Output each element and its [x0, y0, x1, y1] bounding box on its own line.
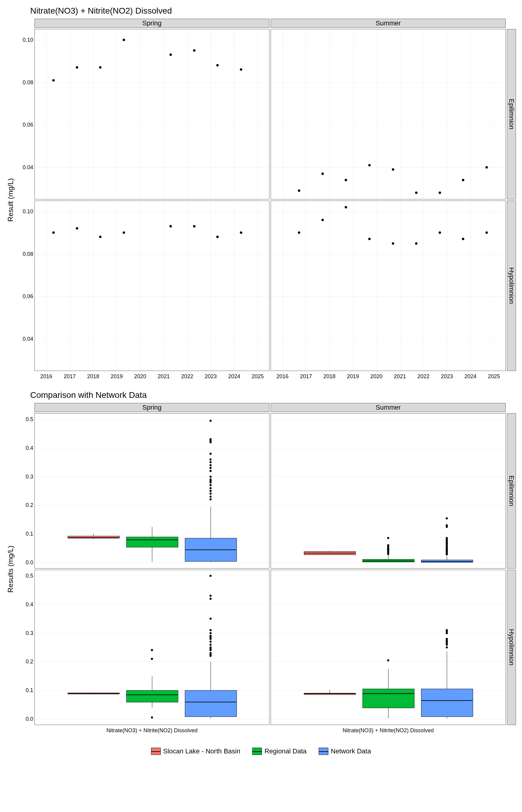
outlier-point: [209, 597, 212, 600]
boxplot-box: [126, 537, 179, 547]
data-point: [415, 191, 418, 194]
data-point: [462, 179, 464, 181]
data-point: [169, 54, 172, 56]
box-panel-summer-hypolimnion: [271, 570, 506, 725]
panel-summer-epilimnion: [271, 29, 506, 199]
outlier-point: [209, 479, 212, 481]
data-point: [99, 236, 101, 238]
data-point: [439, 191, 441, 194]
boxplot-box: [421, 689, 474, 716]
data-point: [392, 168, 394, 171]
box-col-header-spring: Spring: [35, 403, 269, 412]
data-point: [193, 49, 196, 52]
data-point: [298, 231, 300, 234]
data-point: [345, 179, 347, 181]
data-point: [439, 231, 441, 234]
legend: Slocan Lake - North Basin Regional Data …: [6, 747, 516, 755]
data-point: [76, 227, 78, 229]
box-row-header-hypolimnion: Hypolimnion: [507, 570, 516, 725]
data-point: [368, 238, 371, 240]
data-point: [462, 238, 464, 240]
outlier-point: [387, 659, 389, 661]
legend-item-slocan: Slocan Lake - North Basin: [151, 747, 240, 755]
data-point: [485, 231, 488, 234]
data-point: [415, 242, 418, 245]
boxplot-facet-grid: Spring Summer 0.00.10.20.30.40.5 Epilimn…: [15, 403, 516, 735]
col-header-summer: Summer: [271, 19, 506, 28]
scatter-x-ticks-right: 2016201720182019202020212022202320242025: [271, 372, 506, 381]
data-point: [240, 231, 242, 234]
box-col-header-summer: Summer: [271, 403, 506, 412]
outlier-point: [209, 632, 212, 634]
outlier-point: [209, 495, 212, 498]
boxplot-box: [362, 689, 415, 708]
panel-spring-hypolimnion: 0.040.060.080.10: [35, 201, 269, 371]
outlier-point: [209, 475, 212, 478]
boxplot-box: [126, 690, 179, 702]
outlier-point: [209, 652, 212, 654]
outlier-point: [151, 716, 153, 719]
outlier-point: [209, 438, 212, 441]
data-point: [123, 39, 125, 41]
data-point: [99, 66, 101, 68]
legend-swatch-network: [319, 748, 328, 755]
outlier-point: [209, 629, 212, 631]
outlier-point: [446, 638, 448, 640]
data-point: [321, 219, 324, 221]
data-point: [368, 164, 371, 166]
boxplot-x-label-right: Nitrate(NO3) + Nitrite(NO2) Dissolved: [271, 726, 506, 735]
data-point: [345, 206, 347, 208]
outlier-point: [209, 458, 212, 460]
outlier-point: [387, 537, 389, 539]
scatter-x-ticks-left: 2016201720182019202020212022202320242025: [35, 372, 269, 381]
legend-item-network: Network Data: [319, 747, 371, 755]
boxplot-chart-title: Comparison with Network Data: [30, 390, 516, 400]
boxplot-box: [185, 690, 237, 716]
col-header-spring: Spring: [35, 19, 269, 28]
data-point: [52, 231, 55, 234]
outlier-point: [209, 461, 212, 463]
data-point: [485, 166, 488, 168]
outlier-point: [387, 544, 389, 546]
scatter-chart-section: Nitrate(NO3) + Nitrite(NO2) Dissolved Re…: [6, 6, 516, 381]
outlier-point: [446, 647, 448, 649]
data-point: [123, 231, 125, 234]
outlier-point: [209, 641, 212, 643]
data-point: [193, 225, 196, 227]
data-point: [52, 79, 55, 82]
legend-label-regional: Regional Data: [264, 747, 306, 755]
outlier-point: [209, 647, 212, 649]
outlier-point: [209, 574, 212, 577]
panel-spring-epilimnion: 0.040.060.080.10: [35, 29, 269, 199]
box-row-header-epilimnion: Epilimnion: [507, 413, 516, 569]
outlier-point: [151, 649, 153, 651]
outlier-point: [209, 635, 212, 637]
data-point: [76, 66, 78, 68]
legend-item-regional: Regional Data: [252, 747, 306, 755]
data-point: [216, 64, 219, 66]
outlier-point: [446, 517, 448, 520]
scatter-y-axis-label: Result (mg/L): [6, 19, 15, 381]
data-point: [298, 189, 300, 192]
box-panel-summer-epilimnion: [271, 413, 506, 569]
outlier-point: [209, 484, 212, 486]
boxplot-chart-section: Comparison with Network Data Results (mg…: [6, 390, 516, 735]
outlier-point: [209, 420, 212, 422]
row-header-hypolimnion: Hypolimnion: [507, 201, 516, 371]
outlier-point: [446, 537, 448, 539]
row-header-epilimnion: Epilimnion: [507, 29, 516, 199]
outlier-point: [209, 618, 212, 620]
outlier-point: [209, 499, 212, 501]
legend-swatch-regional: [252, 748, 262, 755]
box-panel-spring-hypolimnion: 0.00.10.20.30.40.5: [35, 570, 269, 725]
data-point: [240, 68, 242, 71]
panel-summer-hypolimnion: [271, 201, 506, 371]
data-point: [169, 225, 172, 227]
data-point: [216, 236, 219, 238]
outlier-point: [209, 493, 212, 495]
outlier-point: [446, 629, 448, 631]
data-point: [392, 242, 394, 245]
outlier-point: [209, 470, 212, 472]
outlier-point: [446, 524, 448, 526]
outlier-point: [209, 467, 212, 469]
